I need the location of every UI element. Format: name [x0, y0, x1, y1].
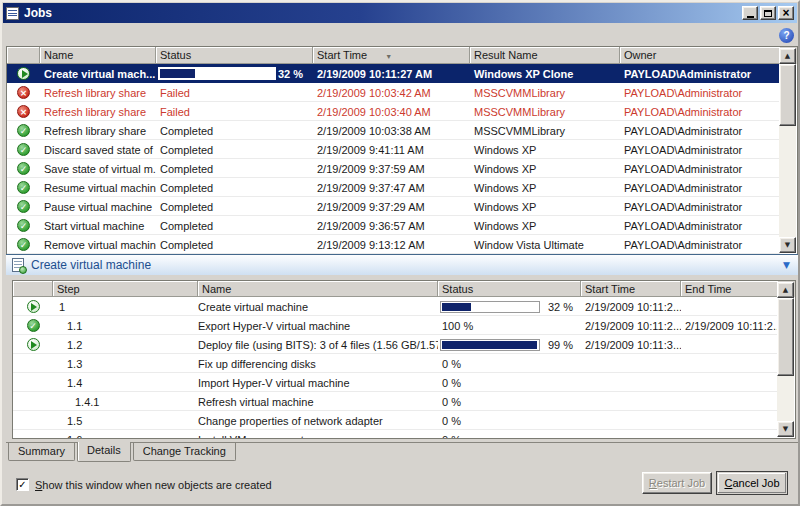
show-window-checkbox[interactable]: ✓ [16, 478, 29, 491]
job-result-name: MSSCVMMLibrary [470, 86, 620, 99]
job-row[interactable]: ✓Resume virtual machineCompleted2/19/200… [7, 178, 780, 197]
help-icon[interactable]: ? [779, 28, 794, 43]
column-header-icon[interactable] [7, 47, 40, 64]
section-title: Create virtual machine [31, 258, 151, 272]
job-status: Completed [156, 200, 313, 213]
progress-bar-fill [442, 303, 471, 311]
job-state-icon-cell: ✓ [7, 237, 40, 251]
job-status: Completed [156, 124, 313, 137]
step-status: 0 % [438, 357, 581, 370]
step-row[interactable]: 1.3Fix up differencing disks0 % [13, 354, 778, 373]
job-row[interactable]: ✓Start virtual machineCompleted2/19/2009… [7, 216, 780, 235]
jobs-table: Name Status Start Time▼ Result Name Owne… [6, 46, 798, 255]
jobs-scrollbar-thumb[interactable] [779, 64, 796, 126]
scroll-up-icon[interactable]: ▲ [777, 282, 794, 298]
step-status: 32 % [438, 300, 581, 313]
step-row[interactable]: 1.2Deploy file (using BITS): 3 of 4 file… [13, 335, 778, 354]
column-header-step[interactable]: Step [53, 281, 198, 297]
step-number: 1.4.1 [53, 395, 198, 408]
job-row[interactable]: ✓Remove virtual machineCompleted2/19/200… [7, 235, 780, 254]
job-start-time: 2/19/2009 9:37:47 AM [313, 181, 470, 194]
job-row[interactable]: ✓Pause virtual machineCompleted2/19/2009… [7, 197, 780, 216]
completed-status-icon: ✓ [17, 200, 30, 213]
steps-scrollbar-thumb[interactable] [777, 298, 794, 376]
tab-details[interactable]: Details [77, 442, 131, 462]
job-state-icon-cell: ✓ [7, 218, 40, 232]
step-state-icon-cell [13, 299, 53, 313]
job-result-name: Windows XP [470, 200, 620, 213]
step-number: 1.6 [53, 433, 198, 439]
job-start-time: 2/19/2009 9:37:29 AM [313, 200, 470, 213]
job-row[interactable]: ✓Discard saved state of ...Completed2/19… [7, 140, 780, 159]
column-header-step-status[interactable]: Status [438, 281, 581, 297]
show-window-checkbox-label[interactable]: Show this window when new objects are cr… [35, 479, 272, 491]
job-name: Create virtual mach... [40, 67, 156, 80]
step-row[interactable]: 1.6Install VM components0 % [13, 430, 778, 438]
job-name: Discard saved state of ... [40, 143, 156, 156]
restart-job-button[interactable]: Restart Job [642, 472, 712, 494]
scroll-down-icon[interactable]: ▼ [777, 421, 794, 437]
column-header-start-time[interactable]: Start Time▼ [313, 47, 470, 64]
jobs-rows: Create virtual mach...32 %2/19/2009 10:1… [7, 64, 780, 254]
step-row[interactable]: 1.4Import Hyper-V virtual machine0 % [13, 373, 778, 392]
steps-vertical-scrollbar[interactable]: ▲ ▼ [777, 282, 794, 437]
running-status-icon [27, 338, 40, 351]
column-header-step-end[interactable]: End Time [681, 281, 778, 297]
job-result-name: MSSCVMMLibrary [470, 105, 620, 118]
job-name: Remove virtual machine [40, 238, 156, 251]
title-bar: Jobs × [3, 3, 797, 23]
failed-status-icon: × [17, 105, 30, 118]
job-start-time: 2/19/2009 10:11:27 AM [313, 67, 470, 80]
column-header-step-icon[interactable] [13, 281, 53, 297]
job-start-time: 2/19/2009 9:13:12 AM [313, 238, 470, 251]
step-row[interactable]: ✓1.1Export Hyper-V virtual machine100 %2… [13, 316, 778, 335]
job-result-name: Windows XP Clone [470, 67, 620, 80]
job-row[interactable]: ✓Save state of virtual m...Completed2/19… [7, 159, 780, 178]
collapse-chevron-icon[interactable]: ▼ [783, 260, 790, 270]
step-name: Create virtual machine [198, 300, 438, 313]
step-row[interactable]: 1.5Change properties of network adapter0… [13, 411, 778, 430]
step-end-time [681, 306, 778, 307]
job-status: Completed [156, 219, 313, 232]
scroll-down-icon[interactable]: ▼ [779, 237, 796, 253]
step-row[interactable]: 1Create virtual machine32 %2/19/2009 10:… [13, 297, 778, 316]
step-row[interactable]: 1.4.1Refresh virtual machine0 % [13, 392, 778, 411]
steps-rows: 1Create virtual machine32 %2/19/2009 10:… [13, 297, 778, 438]
jobs-window-icon [6, 7, 19, 20]
maximize-button[interactable] [760, 6, 776, 20]
scroll-up-icon[interactable]: ▲ [779, 48, 796, 64]
step-name: Import Hyper-V virtual machine [198, 376, 438, 389]
job-owner: PAYLOAD\Administrator [620, 181, 780, 194]
minimize-button[interactable] [742, 6, 758, 20]
column-header-step-start[interactable]: Start Time [581, 281, 681, 297]
column-header-result-name[interactable]: Result Name [470, 47, 620, 64]
job-name: Refresh library share [40, 86, 156, 99]
job-detail-section-header[interactable]: Create virtual machine ▼ [6, 254, 798, 275]
job-row[interactable]: ×Refresh library shareFailed2/19/2009 10… [7, 83, 780, 102]
job-row[interactable]: ✓Refresh library shareCompleted2/19/2009… [7, 121, 780, 140]
step-end-time: 2/19/2009 10:11:2... [681, 319, 778, 332]
job-state-icon-cell: ✓ [7, 161, 40, 175]
completed-status-icon: ✓ [17, 143, 30, 156]
job-row[interactable]: Create virtual mach...32 %2/19/2009 10:1… [7, 64, 780, 83]
job-owner: PAYLOAD\Administrator [620, 238, 780, 251]
step-start-time: 2/19/2009 10:11:2... [581, 300, 681, 313]
tab-change-tracking[interactable]: Change Tracking [133, 443, 236, 461]
column-header-owner[interactable]: Owner [620, 47, 780, 64]
progress-bar-fill [160, 69, 195, 78]
job-document-icon [12, 258, 24, 272]
job-row[interactable]: ×Refresh library shareFailed2/19/2009 10… [7, 102, 780, 121]
progress-bar [440, 339, 540, 351]
column-header-step-name[interactable]: Name [198, 281, 438, 297]
column-header-status[interactable]: Status [156, 47, 313, 64]
job-start-time: 2/19/2009 9:41:11 AM [313, 143, 470, 156]
job-status: Completed [156, 181, 313, 194]
job-status: Failed [156, 86, 313, 99]
jobs-vertical-scrollbar[interactable]: ▲ ▼ [779, 48, 796, 253]
step-end-time [681, 420, 778, 421]
close-button[interactable]: × [778, 6, 794, 20]
job-owner: PAYLOAD\Administrator [620, 162, 780, 175]
cancel-job-button[interactable]: Cancel Job [717, 472, 787, 494]
column-header-name[interactable]: Name [40, 47, 156, 64]
tab-summary[interactable]: Summary [8, 443, 75, 461]
